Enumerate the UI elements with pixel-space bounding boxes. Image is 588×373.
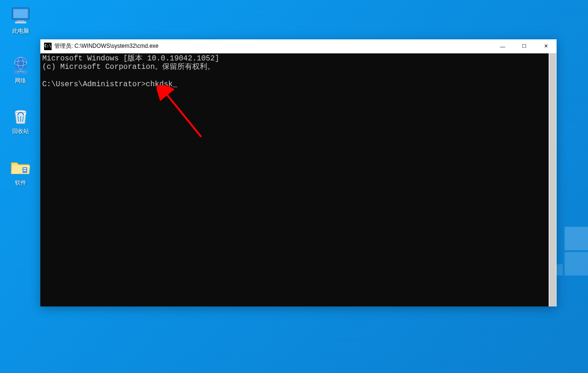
terminal-prompt: C:\Users\Administrator> [42,80,146,89]
close-button[interactable]: ✕ [535,39,557,53]
windows-logo-decoration [562,227,588,292]
cmd-window: C:\ 管理员: C:\WINDOWS\system32\cmd.exe — ☐… [40,39,557,306]
terminal-output[interactable]: Microsoft Windows [版本 10.0.19042.1052] (… [40,53,549,306]
globe-icon [9,56,32,75]
desktop-icon-label: 网络 [15,77,26,85]
terminal-command: chkdsk [146,80,173,89]
terminal-line: Microsoft Windows [版本 10.0.19042.1052] [42,54,219,63]
terminal-cursor: _ [173,80,177,89]
desktop-icon-label: 软件 [15,179,26,187]
recycle-bin-icon [9,107,32,126]
svg-rect-6 [14,70,20,74]
minimize-button[interactable]: — [492,39,513,53]
computer-icon [9,7,32,25]
cmd-icon: C:\ [44,43,52,50]
desktop-icon-network[interactable]: 网络 [3,56,38,85]
window-title: 管理员: C:\WINDOWS\system32\cmd.exe [54,42,492,50]
desktop-icon-label: 回收站 [12,127,29,135]
svg-rect-2 [17,20,24,22]
svg-rect-12 [23,168,26,169]
svg-rect-3 [15,22,26,23]
maximize-button[interactable]: ☐ [513,39,535,53]
svg-rect-7 [22,70,27,74]
desktop-icon-software[interactable]: 软件 [3,158,38,187]
desktop-icon-this-pc[interactable]: 此电脑 [3,7,38,35]
titlebar[interactable]: C:\ 管理员: C:\WINDOWS\system32\cmd.exe — ☐… [40,39,557,53]
folder-icon [9,158,32,177]
desktop-icon-label: 此电脑 [12,27,29,35]
svg-rect-1 [14,9,28,18]
svg-rect-13 [23,170,26,171]
window-controls: — ☐ ✕ [492,39,557,53]
terminal-line: (c) Microsoft Corporation。保留所有权利。 [42,63,215,71]
desktop-icon-recycle-bin[interactable]: 回收站 [3,107,38,135]
